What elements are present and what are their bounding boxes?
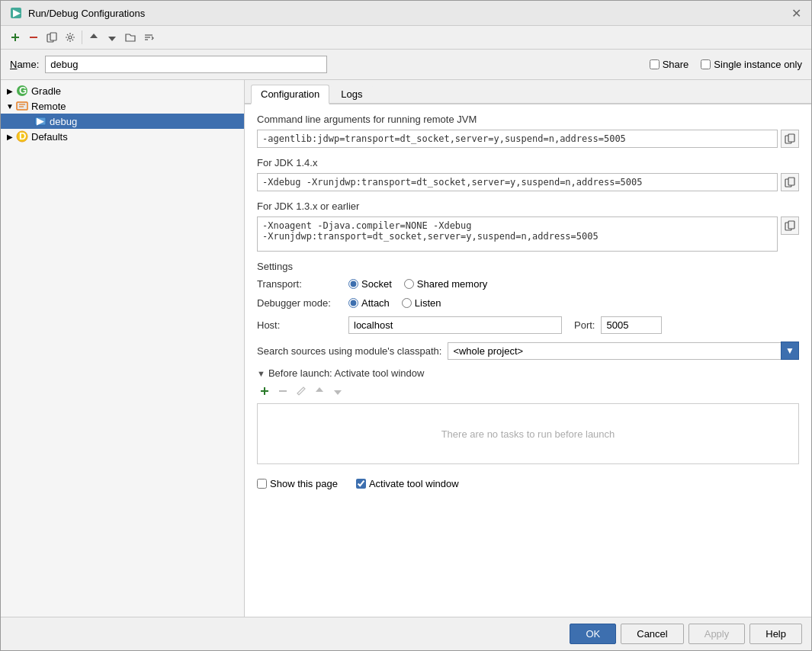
remote-arrow[interactable]: ▼ [4, 100, 16, 112]
no-tasks-label: There are no tasks to run before launch [441, 428, 615, 440]
before-launch-up-button[interactable] [312, 383, 327, 399]
cmd-input[interactable] [257, 130, 778, 148]
jdk14-input[interactable] [257, 173, 778, 191]
cancel-button[interactable]: Cancel [621, 624, 683, 644]
host-port-row: Host: Port: [257, 316, 799, 334]
cmd-label: Command line arguments for running remot… [257, 114, 799, 125]
activate-window-checkbox-label[interactable]: Activate tool window [356, 478, 459, 489]
svg-text:D: D [19, 130, 26, 142]
copy-config-button[interactable] [43, 29, 60, 46]
jdk14-block: For JDK 1.4.x [257, 157, 799, 191]
jdk13-row: -Xnoagent -Djava.compiler=NONE -Xdebug -… [257, 216, 799, 252]
svg-rect-23 [788, 178, 794, 185]
before-launch-remove-button[interactable] [275, 383, 290, 399]
before-launch-edit-button[interactable] [294, 383, 309, 399]
jdk13-label: For JDK 1.3.x or earlier [257, 200, 799, 212]
search-select[interactable]: <whole project> [448, 342, 781, 360]
activate-window-checkbox[interactable] [356, 479, 366, 489]
sort-button[interactable] [140, 29, 157, 46]
debug-icon: ▶ [34, 115, 47, 127]
tab-configuration[interactable]: Configuration [251, 85, 329, 104]
show-page-checkbox-label[interactable]: Show this page [257, 478, 338, 489]
share-area: Share Single instance only [650, 59, 802, 70]
host-input[interactable] [348, 316, 562, 334]
move-up-button[interactable] [85, 29, 102, 46]
dialog-icon: ▶ [10, 7, 22, 19]
jdk14-copy-button[interactable] [781, 173, 799, 191]
sidebar-item-debug[interactable]: ▶ debug [1, 114, 244, 129]
socket-label: Socket [361, 278, 392, 290]
shared-memory-radio[interactable] [404, 279, 414, 289]
debugger-mode-label: Debugger mode: [257, 297, 348, 309]
transport-label: Transport: [257, 278, 348, 290]
svg-point-7 [69, 36, 72, 39]
search-dropdown-button[interactable]: ▼ [781, 342, 799, 360]
close-button[interactable]: ✕ [790, 7, 802, 19]
shared-memory-radio-label[interactable]: Shared memory [404, 278, 487, 290]
show-page-checkbox[interactable] [257, 479, 267, 489]
svg-text:▶: ▶ [13, 7, 21, 18]
ok-button[interactable]: OK [570, 624, 616, 644]
before-launch-add-button[interactable] [257, 383, 272, 399]
listen-radio[interactable] [402, 298, 412, 308]
search-select-wrap: <whole project> ▼ [448, 342, 799, 360]
defaults-label: Defaults [31, 131, 68, 143]
show-page-label: Show this page [270, 478, 338, 489]
settings-config-button[interactable] [62, 29, 79, 46]
debugger-mode-radio-group: Attach Listen [348, 297, 441, 309]
main-area: ▶ G Gradle ▼ [1, 80, 811, 617]
jdk13-copy-button[interactable] [781, 216, 799, 235]
attach-radio[interactable] [348, 298, 358, 308]
search-label: Search sources using module's classpath: [257, 345, 441, 357]
before-launch-label: Before launch: Activate tool window [268, 367, 425, 379]
jdk13-block: For JDK 1.3.x or earlier -Xnoagent -Djav… [257, 200, 799, 252]
before-launch-header[interactable]: ▼ Before launch: Activate tool window [257, 367, 799, 379]
jdk14-label: For JDK 1.4.x [257, 157, 799, 168]
share-checkbox[interactable] [650, 59, 660, 69]
apply-button[interactable]: Apply [688, 624, 746, 644]
tab-logs[interactable]: Logs [331, 85, 372, 103]
before-launch-down-button[interactable] [330, 383, 345, 399]
move-down-button[interactable] [104, 29, 120, 46]
add-config-button[interactable] [7, 29, 24, 46]
listen-radio-label[interactable]: Listen [402, 297, 441, 309]
folder-button[interactable] [122, 29, 139, 46]
listen-label: Listen [415, 297, 441, 309]
search-row: Search sources using module's classpath:… [257, 342, 799, 360]
gradle-arrow[interactable]: ▶ [4, 85, 16, 97]
svg-rect-21 [788, 134, 794, 142]
defaults-icon: D [16, 130, 28, 143]
remote-icon [16, 100, 28, 112]
sidebar-item-defaults[interactable]: ▶ D Defaults [1, 129, 244, 144]
socket-radio-label[interactable]: Socket [348, 278, 392, 290]
debugger-mode-row: Debugger mode: Attach Listen [257, 297, 799, 309]
before-launch-section: ▼ Before launch: Activate tool window [257, 367, 799, 464]
help-button[interactable]: Help [749, 624, 802, 644]
sidebar-item-remote[interactable]: ▼ Remote [1, 98, 244, 114]
shared-memory-label: Shared memory [417, 278, 487, 290]
title-bar-left: ▶ Run/Debug Configurations [10, 7, 145, 19]
port-input[interactable] [601, 316, 662, 334]
before-launch-arrow: ▼ [257, 369, 265, 378]
settings-title: Settings [257, 261, 799, 272]
before-launch-toolbar [257, 383, 799, 399]
cmd-copy-button[interactable] [781, 130, 799, 148]
share-checkbox-label[interactable]: Share [650, 59, 689, 70]
jdk13-input[interactable]: -Xnoagent -Djava.compiler=NONE -Xdebug -… [257, 216, 778, 252]
run-debug-dialog: ▶ Run/Debug Configurations ✕ [0, 0, 812, 651]
single-instance-checkbox[interactable] [701, 59, 711, 69]
sidebar: ▶ G Gradle ▼ [1, 80, 245, 617]
attach-radio-label[interactable]: Attach [348, 297, 390, 309]
defaults-arrow[interactable]: ▶ [4, 130, 16, 143]
host-label: Host: [257, 319, 348, 331]
name-label: Name: [10, 59, 39, 70]
svg-text:G: G [19, 85, 27, 96]
name-input[interactable] [45, 56, 327, 73]
remove-config-button[interactable] [25, 29, 42, 46]
before-launch-list: There are no tasks to run before launch [257, 403, 799, 464]
debug-arrow [22, 115, 34, 127]
sidebar-item-gradle[interactable]: ▶ G Gradle [1, 83, 244, 98]
single-instance-checkbox-label[interactable]: Single instance only [701, 59, 802, 70]
jdk14-row [257, 173, 799, 191]
socket-radio[interactable] [348, 279, 358, 289]
